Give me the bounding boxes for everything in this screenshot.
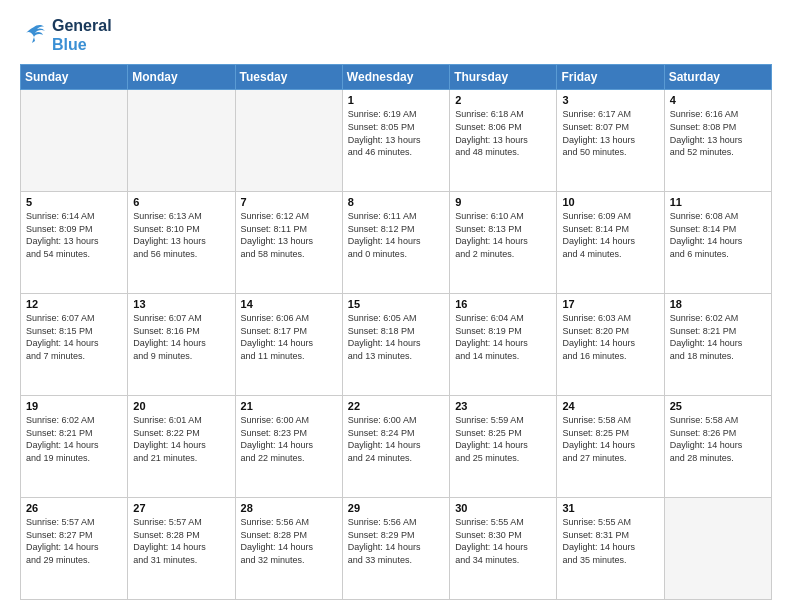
calendar-cell: 23Sunrise: 5:59 AM Sunset: 8:25 PM Dayli… [450,396,557,498]
calendar-cell: 22Sunrise: 6:00 AM Sunset: 8:24 PM Dayli… [342,396,449,498]
day-number: 8 [348,196,444,208]
calendar-cell: 24Sunrise: 5:58 AM Sunset: 8:25 PM Dayli… [557,396,664,498]
day-number: 27 [133,502,229,514]
calendar-cell: 2Sunrise: 6:18 AM Sunset: 8:06 PM Daylig… [450,90,557,192]
calendar-week-row: 26Sunrise: 5:57 AM Sunset: 8:27 PM Dayli… [21,498,772,600]
day-info: Sunrise: 6:04 AM Sunset: 8:19 PM Dayligh… [455,312,551,362]
calendar-cell: 11Sunrise: 6:08 AM Sunset: 8:14 PM Dayli… [664,192,771,294]
day-info: Sunrise: 5:56 AM Sunset: 8:28 PM Dayligh… [241,516,337,566]
calendar-cell: 6Sunrise: 6:13 AM Sunset: 8:10 PM Daylig… [128,192,235,294]
calendar-cell: 31Sunrise: 5:55 AM Sunset: 8:31 PM Dayli… [557,498,664,600]
day-number: 15 [348,298,444,310]
day-info: Sunrise: 6:16 AM Sunset: 8:08 PM Dayligh… [670,108,766,158]
day-number: 17 [562,298,658,310]
day-info: Sunrise: 6:01 AM Sunset: 8:22 PM Dayligh… [133,414,229,464]
calendar-cell: 3Sunrise: 6:17 AM Sunset: 8:07 PM Daylig… [557,90,664,192]
calendar-cell [128,90,235,192]
day-number: 25 [670,400,766,412]
calendar-cell: 14Sunrise: 6:06 AM Sunset: 8:17 PM Dayli… [235,294,342,396]
day-info: Sunrise: 6:11 AM Sunset: 8:12 PM Dayligh… [348,210,444,260]
calendar-cell: 29Sunrise: 5:56 AM Sunset: 8:29 PM Dayli… [342,498,449,600]
header: General Blue [20,16,772,54]
page: General Blue SundayMondayTuesdayWednesda… [0,0,792,612]
weekday-header-tuesday: Tuesday [235,65,342,90]
day-info: Sunrise: 6:12 AM Sunset: 8:11 PM Dayligh… [241,210,337,260]
day-info: Sunrise: 6:18 AM Sunset: 8:06 PM Dayligh… [455,108,551,158]
day-number: 22 [348,400,444,412]
calendar-cell: 12Sunrise: 6:07 AM Sunset: 8:15 PM Dayli… [21,294,128,396]
day-number: 1 [348,94,444,106]
day-number: 4 [670,94,766,106]
day-number: 11 [670,196,766,208]
day-number: 18 [670,298,766,310]
day-info: Sunrise: 6:00 AM Sunset: 8:24 PM Dayligh… [348,414,444,464]
day-info: Sunrise: 6:17 AM Sunset: 8:07 PM Dayligh… [562,108,658,158]
day-info: Sunrise: 6:02 AM Sunset: 8:21 PM Dayligh… [670,312,766,362]
weekday-header-thursday: Thursday [450,65,557,90]
day-info: Sunrise: 5:56 AM Sunset: 8:29 PM Dayligh… [348,516,444,566]
day-number: 3 [562,94,658,106]
day-number: 7 [241,196,337,208]
logo: General Blue [20,16,112,54]
day-info: Sunrise: 6:13 AM Sunset: 8:10 PM Dayligh… [133,210,229,260]
day-info: Sunrise: 6:06 AM Sunset: 8:17 PM Dayligh… [241,312,337,362]
day-number: 20 [133,400,229,412]
weekday-header-wednesday: Wednesday [342,65,449,90]
calendar-cell: 28Sunrise: 5:56 AM Sunset: 8:28 PM Dayli… [235,498,342,600]
calendar-week-row: 12Sunrise: 6:07 AM Sunset: 8:15 PM Dayli… [21,294,772,396]
weekday-header-row: SundayMondayTuesdayWednesdayThursdayFrid… [21,65,772,90]
day-number: 6 [133,196,229,208]
day-info: Sunrise: 6:05 AM Sunset: 8:18 PM Dayligh… [348,312,444,362]
day-number: 5 [26,196,122,208]
day-number: 23 [455,400,551,412]
day-info: Sunrise: 6:03 AM Sunset: 8:20 PM Dayligh… [562,312,658,362]
calendar-cell [235,90,342,192]
day-number: 21 [241,400,337,412]
day-number: 14 [241,298,337,310]
day-number: 28 [241,502,337,514]
day-number: 12 [26,298,122,310]
calendar-cell: 21Sunrise: 6:00 AM Sunset: 8:23 PM Dayli… [235,396,342,498]
day-info: Sunrise: 6:08 AM Sunset: 8:14 PM Dayligh… [670,210,766,260]
day-info: Sunrise: 5:58 AM Sunset: 8:26 PM Dayligh… [670,414,766,464]
logo-text: General Blue [52,16,112,54]
day-info: Sunrise: 6:19 AM Sunset: 8:05 PM Dayligh… [348,108,444,158]
day-number: 31 [562,502,658,514]
calendar-week-row: 1Sunrise: 6:19 AM Sunset: 8:05 PM Daylig… [21,90,772,192]
day-number: 24 [562,400,658,412]
day-info: Sunrise: 6:07 AM Sunset: 8:15 PM Dayligh… [26,312,122,362]
day-info: Sunrise: 6:10 AM Sunset: 8:13 PM Dayligh… [455,210,551,260]
calendar-table: SundayMondayTuesdayWednesdayThursdayFrid… [20,64,772,600]
day-info: Sunrise: 6:02 AM Sunset: 8:21 PM Dayligh… [26,414,122,464]
calendar-cell: 8Sunrise: 6:11 AM Sunset: 8:12 PM Daylig… [342,192,449,294]
calendar-cell: 15Sunrise: 6:05 AM Sunset: 8:18 PM Dayli… [342,294,449,396]
day-number: 26 [26,502,122,514]
calendar-cell: 26Sunrise: 5:57 AM Sunset: 8:27 PM Dayli… [21,498,128,600]
day-info: Sunrise: 5:57 AM Sunset: 8:27 PM Dayligh… [26,516,122,566]
day-number: 29 [348,502,444,514]
logo-bird-icon [20,21,48,49]
calendar-cell: 5Sunrise: 6:14 AM Sunset: 8:09 PM Daylig… [21,192,128,294]
calendar-cell: 25Sunrise: 5:58 AM Sunset: 8:26 PM Dayli… [664,396,771,498]
calendar-cell [664,498,771,600]
weekday-header-monday: Monday [128,65,235,90]
calendar-cell: 13Sunrise: 6:07 AM Sunset: 8:16 PM Dayli… [128,294,235,396]
weekday-header-sunday: Sunday [21,65,128,90]
day-number: 10 [562,196,658,208]
calendar-cell: 20Sunrise: 6:01 AM Sunset: 8:22 PM Dayli… [128,396,235,498]
day-info: Sunrise: 5:55 AM Sunset: 8:31 PM Dayligh… [562,516,658,566]
weekday-header-friday: Friday [557,65,664,90]
calendar-cell: 19Sunrise: 6:02 AM Sunset: 8:21 PM Dayli… [21,396,128,498]
weekday-header-saturday: Saturday [664,65,771,90]
day-info: Sunrise: 6:09 AM Sunset: 8:14 PM Dayligh… [562,210,658,260]
day-info: Sunrise: 5:58 AM Sunset: 8:25 PM Dayligh… [562,414,658,464]
calendar-cell: 10Sunrise: 6:09 AM Sunset: 8:14 PM Dayli… [557,192,664,294]
calendar-cell: 30Sunrise: 5:55 AM Sunset: 8:30 PM Dayli… [450,498,557,600]
calendar-week-row: 5Sunrise: 6:14 AM Sunset: 8:09 PM Daylig… [21,192,772,294]
day-number: 2 [455,94,551,106]
calendar-cell: 16Sunrise: 6:04 AM Sunset: 8:19 PM Dayli… [450,294,557,396]
calendar-cell: 17Sunrise: 6:03 AM Sunset: 8:20 PM Dayli… [557,294,664,396]
day-info: Sunrise: 6:14 AM Sunset: 8:09 PM Dayligh… [26,210,122,260]
calendar-week-row: 19Sunrise: 6:02 AM Sunset: 8:21 PM Dayli… [21,396,772,498]
calendar-cell [21,90,128,192]
